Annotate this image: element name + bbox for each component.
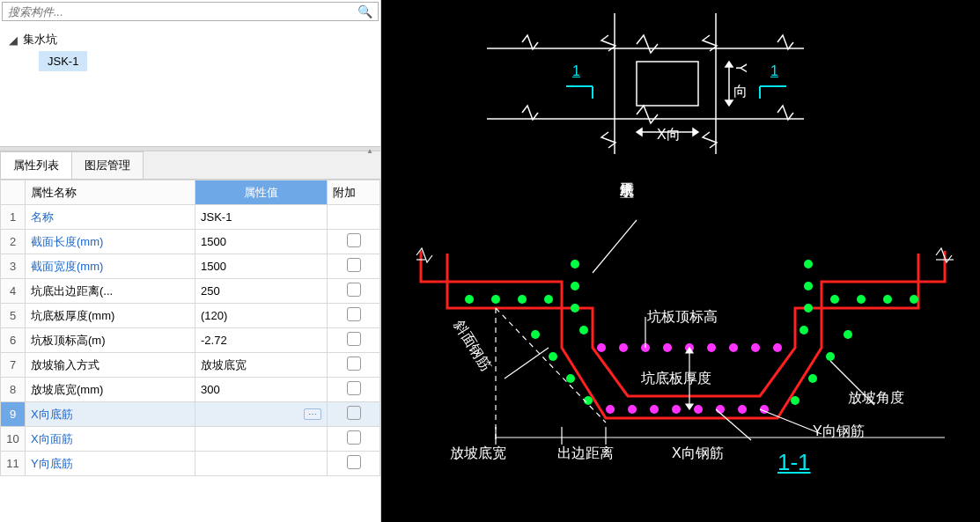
property-grid: 属性名称 属性值 附加 1名称JSK-12截面长度(mm)15003截面宽度(m…	[0, 180, 380, 476]
svg-point-32	[826, 352, 835, 361]
svg-point-14	[579, 326, 588, 335]
search-icon[interactable]: 🔍	[352, 4, 378, 18]
table-row[interactable]: 10X向面筋	[1, 427, 380, 452]
property-name-cell[interactable]: Y向底筋	[26, 452, 195, 476]
svg-rect-4	[637, 62, 698, 106]
extra-cell[interactable]	[328, 279, 380, 304]
panel-tabs: 属性列表 图层管理	[0, 151, 380, 180]
svg-point-45	[628, 405, 637, 414]
ellipsis-button[interactable]: ⋯	[304, 408, 321, 420]
table-row[interactable]: 11Y向底筋	[1, 452, 380, 476]
extra-cell[interactable]	[328, 328, 380, 353]
tab-layers[interactable]: 图层管理	[71, 151, 144, 179]
property-name-cell[interactable]: X向底筋	[26, 402, 195, 427]
property-value-cell[interactable]: ⋯	[195, 402, 328, 427]
svg-point-34	[791, 396, 799, 405]
row-index: 10	[1, 427, 26, 452]
property-name-cell[interactable]: 截面长度(mm)	[26, 230, 195, 254]
property-name-cell[interactable]: 坑底出边距离(...	[26, 279, 195, 304]
extra-checkbox[interactable]	[347, 258, 361, 272]
svg-point-19	[531, 330, 540, 339]
table-row[interactable]: 7放坡输入方式放坡底宽	[1, 353, 380, 378]
extra-cell[interactable]	[328, 402, 380, 427]
property-name-cell[interactable]: 坑板顶标高(m)	[26, 328, 195, 353]
header-name: 属性名称	[26, 180, 195, 205]
extra-checkbox[interactable]	[347, 406, 361, 420]
svg-point-31	[844, 330, 852, 339]
table-row[interactable]: 1名称JSK-1	[1, 205, 380, 230]
property-value-cell[interactable]: 300	[195, 378, 328, 402]
property-value-cell[interactable]: 250	[195, 279, 328, 304]
property-value-cell[interactable]: JSK-1	[195, 205, 328, 230]
row-index: 6	[1, 328, 26, 353]
svg-point-29	[883, 295, 892, 304]
extra-checkbox[interactable]	[347, 357, 361, 371]
section-title: 1-1	[777, 449, 811, 476]
table-row[interactable]: 3截面宽度(mm)1500	[1, 254, 380, 279]
table-row[interactable]: 2截面长度(mm)1500	[1, 230, 380, 254]
label-ygj: Y向钢筋	[813, 423, 865, 441]
property-name-cell[interactable]: 放坡输入方式	[26, 353, 195, 378]
property-name-cell[interactable]: X向面筋	[26, 427, 195, 452]
svg-point-26	[799, 326, 808, 335]
property-value-cell[interactable]: -2.72	[195, 328, 328, 353]
label-xgj: X向钢筋	[672, 445, 724, 463]
property-name-cell[interactable]: 放坡底宽(mm)	[26, 378, 195, 402]
property-name-cell[interactable]: 截面宽度(mm)	[26, 254, 195, 279]
svg-point-40	[707, 343, 716, 352]
extra-cell[interactable]	[328, 452, 380, 476]
property-value-cell[interactable]: 放坡底宽	[195, 353, 328, 378]
extra-checkbox[interactable]	[347, 233, 361, 247]
svg-point-35	[597, 343, 606, 352]
extra-checkbox[interactable]	[347, 283, 361, 297]
property-value-cell[interactable]: 1500	[195, 254, 328, 279]
property-value-cell[interactable]: (120)	[195, 304, 328, 328]
svg-point-46	[650, 405, 659, 414]
tree-child-label: JSK-1	[48, 55, 78, 68]
header-value[interactable]: 属性值	[195, 180, 328, 205]
extra-cell[interactable]	[328, 230, 380, 254]
property-value-cell[interactable]: 1500	[195, 230, 328, 254]
property-value-cell[interactable]	[195, 427, 328, 452]
table-row[interactable]: 8放坡底宽(mm)300	[1, 378, 380, 402]
extra-checkbox[interactable]	[347, 307, 361, 321]
table-row[interactable]: 5坑底板厚度(mm)(120)	[1, 304, 380, 328]
section-mark-left: 1	[572, 63, 580, 79]
tab-properties[interactable]: 属性列表	[0, 151, 72, 179]
property-value-cell[interactable]	[195, 452, 328, 476]
tree-collapse-icon[interactable]: ◢	[9, 33, 19, 47]
extra-checkbox[interactable]	[347, 332, 361, 346]
table-row[interactable]: 4坑底出边距离(...250	[1, 279, 380, 304]
svg-point-12	[571, 282, 579, 290]
svg-line-61	[505, 348, 549, 379]
extra-cell[interactable]	[328, 378, 380, 402]
splitter-handle[interactable]	[0, 146, 380, 151]
property-name-cell[interactable]: 名称	[26, 205, 195, 230]
component-tree: ◢ 集水坑 JSK-1	[0, 23, 380, 146]
drawing-viewport[interactable]: X向 Y向 1 1 坑壁水平筋 坑板顶标高 坑底板厚度 斜面钢筋 放坡底宽 出边…	[381, 0, 980, 522]
tree-root-item[interactable]: ◢ 集水坑	[4, 28, 377, 51]
tree-child-item[interactable]: JSK-1	[39, 51, 87, 71]
svg-line-62	[716, 409, 751, 440]
row-index: 7	[1, 353, 26, 378]
extra-checkbox[interactable]	[347, 430, 361, 445]
label-fpdk: 放坡底宽	[450, 445, 506, 463]
svg-point-33	[808, 374, 817, 383]
row-index: 5	[1, 304, 26, 328]
search-input[interactable]	[3, 4, 352, 20]
svg-point-13	[571, 304, 579, 312]
svg-point-36	[619, 343, 628, 352]
extra-cell[interactable]	[328, 205, 380, 230]
property-name-cell[interactable]: 坑底板厚度(mm)	[26, 304, 195, 328]
extra-cell[interactable]	[328, 254, 380, 279]
svg-point-38	[663, 343, 672, 352]
extra-checkbox[interactable]	[347, 455, 361, 469]
label-kbdg: 坑板顶标高	[647, 308, 718, 327]
extra-cell[interactable]	[328, 427, 380, 452]
table-row[interactable]: 6坑板顶标高(m)-2.72	[1, 328, 380, 353]
extra-cell[interactable]	[328, 353, 380, 378]
extra-checkbox[interactable]	[347, 381, 361, 395]
extra-cell[interactable]	[328, 304, 380, 328]
svg-point-48	[694, 405, 703, 414]
table-row[interactable]: 9X向底筋⋯	[1, 402, 380, 427]
